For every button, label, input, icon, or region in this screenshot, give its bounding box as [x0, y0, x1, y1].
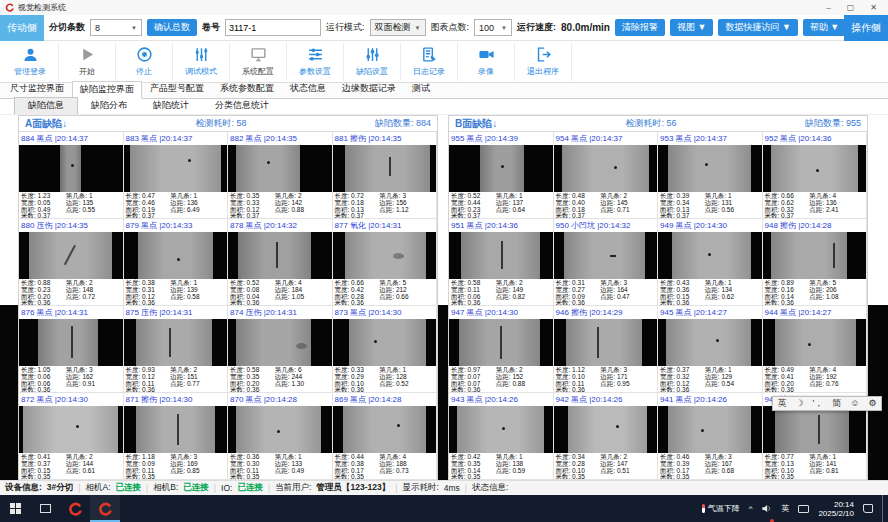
- defect-cell-871[interactable]: 871 擦伤 |20:14:30长度: 1.18宽度: 0.09面积: 0.11…: [124, 393, 229, 480]
- defect-settings-button[interactable]: 缺陷设置: [344, 43, 401, 81]
- log-record-button[interactable]: 日志记录: [401, 43, 458, 81]
- exit-icon: [535, 46, 552, 65]
- panel-title-a[interactable]: A面缺陷↓: [25, 117, 67, 131]
- tray-expand-button[interactable]: ^: [749, 495, 753, 522]
- defect-info: 长度: 1.12宽度: 0.10面积: 0.11米数: 0.36第几条: 3边距…: [554, 366, 658, 393]
- weather-tray-item[interactable]: 气温下降: [702, 495, 740, 522]
- show-desktop-button[interactable]: [882, 495, 886, 522]
- defect-cell-881[interactable]: 881 擦伤 |20:14:35长度: 0.72宽度: 0.18面积: 0.13…: [333, 132, 438, 219]
- close-button[interactable]: ✕: [870, 3, 877, 12]
- current-user-label: 当前用户:: [275, 482, 311, 494]
- defect-cell-950[interactable]: 950 小凹坑 |20:14:32长度: 0.31宽度: 0.27面积: 0.0…: [554, 219, 659, 306]
- defect-cell-877[interactable]: 877 氧化 |20:14:31长度: 0.66宽度: 0.42面积: 0.28…: [333, 219, 438, 306]
- run-mode-select[interactable]: 双面检测▼: [370, 19, 426, 36]
- panel-title-b[interactable]: B面缺陷↓: [455, 117, 497, 131]
- exit-program-button[interactable]: 退出程序: [515, 43, 572, 81]
- tab-6[interactable]: 测试: [404, 80, 438, 98]
- defect-mark-dot: [616, 425, 619, 428]
- defect-cell-884[interactable]: 884 黑点 |20:14:37长度: 1.23宽度: 0.05面积: 0.49…: [19, 132, 124, 219]
- tab-2[interactable]: 产品型号配置: [142, 80, 212, 98]
- system-config-button[interactable]: 系统配置: [230, 43, 287, 81]
- defect-cell-949[interactable]: 949 黑点 |20:14:30长度: 0.43宽度: 0.36面积: 0.15…: [658, 219, 763, 306]
- clear-alarm-button[interactable]: 清除报警: [615, 19, 665, 36]
- subtab-2[interactable]: 缺陷统计: [140, 98, 202, 114]
- subtab-1[interactable]: 缺陷分布: [78, 98, 140, 114]
- chart-points-select[interactable]: 100▼: [474, 19, 512, 36]
- debug-mode-button[interactable]: 调试模式: [173, 43, 230, 81]
- taskbar-clock[interactable]: 20:14 2025/2/10: [818, 500, 854, 518]
- video-record-button[interactable]: 录像: [458, 43, 515, 81]
- defect-cell-870[interactable]: 870 黑点 |20:14:28长度: 0.36宽度: 0.30面积: 0.11…: [228, 393, 333, 480]
- defect-cell-header: 871 擦伤 |20:14:30: [124, 393, 228, 406]
- defect-cell-954[interactable]: 954 黑点 |20:14:37长度: 0.48宽度: 0.40面积: 0.18…: [554, 132, 659, 219]
- defect-cell-869[interactable]: 869 黑点 |20:14:28长度: 0.44宽度: 0.38面积: 0.17…: [333, 393, 438, 480]
- tab-5[interactable]: 边缘数据记录: [334, 80, 404, 98]
- ime-settings-icon[interactable]: ⚙: [868, 399, 876, 408]
- defect-image: [19, 145, 123, 192]
- data-access-menu-button[interactable]: 数据快捷访问 ▼: [718, 19, 797, 36]
- ime-lang-toggle[interactable]: 英: [777, 399, 786, 408]
- start-button[interactable]: 开始: [59, 43, 116, 81]
- defect-cell-873[interactable]: 873 黑点 |20:14:30长度: 0.33宽度: 0.29面积: 0.10…: [333, 306, 438, 393]
- operate-side-button[interactable]: 操作侧: [844, 15, 888, 41]
- tab-0[interactable]: 尺寸监控界面: [2, 80, 72, 98]
- minimize-button[interactable]: –: [826, 3, 830, 12]
- help-menu-button[interactable]: 帮助 ▼: [803, 19, 846, 36]
- defect-cell-943[interactable]: 943 黑点 |20:14:26长度: 0.42宽度: 0.35面积: 0.14…: [449, 393, 554, 480]
- defect-cell-878[interactable]: 878 黑点 |20:14:32长度: 0.52宽度: 0.08面积: 0.04…: [228, 219, 333, 306]
- defect-cell-948[interactable]: 948 擦伤 |20:14:28长度: 0.89宽度: 0.16面积: 0.14…: [763, 219, 868, 306]
- ime-emoji-icon[interactable]: ☺: [850, 399, 859, 408]
- parameter-settings-button[interactable]: 参数设置: [287, 43, 344, 81]
- defect-info-right: 第几条: 3边距: 167点距: 0.68: [705, 454, 760, 480]
- defect-cell-946[interactable]: 946 擦伤 |20:14:29长度: 1.12宽度: 0.10面积: 0.11…: [554, 306, 659, 393]
- drive-side-button[interactable]: 传动侧: [0, 15, 44, 41]
- admin-login-button[interactable]: 管理登录: [2, 43, 59, 81]
- defect-cell-874[interactable]: 874 压伤 |20:14:31长度: 0.58宽度: 0.35面积: 0.20…: [228, 306, 333, 393]
- taskbar-app-1[interactable]: [60, 495, 90, 522]
- stop-button[interactable]: 停止: [116, 43, 173, 81]
- defect-cell-955[interactable]: 955 黑点 |20:14:39长度: 0.52宽度: 0.44面积: 0.23…: [449, 132, 554, 219]
- defect-cell-872[interactable]: 872 黑点 |20:14:30长度: 0.41宽度: 0.37面积: 0.15…: [19, 393, 124, 480]
- maximize-button[interactable]: ▢: [847, 3, 855, 12]
- ime-simplified-icon[interactable]: 简: [832, 399, 841, 408]
- confirm-total-button[interactable]: 确认总数: [147, 19, 197, 36]
- defect-cell-876[interactable]: 876 黑点 |20:14:31长度: 1.05宽度: 0.06面积: 0.06…: [19, 306, 124, 393]
- defect-cell-947[interactable]: 947 黑点 |20:14:30长度: 0.97宽度: 0.07面积: 0.07…: [449, 306, 554, 393]
- tab-3[interactable]: 系统参数配置: [212, 80, 282, 98]
- defect-cell-952[interactable]: 952 黑点 |20:14:36长度: 0.66宽度: 0.62面积: 0.32…: [763, 132, 868, 219]
- roll-number-input[interactable]: [225, 19, 321, 36]
- start-button[interactable]: [0, 495, 30, 522]
- defect-image: [124, 319, 228, 366]
- ime-punct-icon[interactable]: '，: [813, 399, 824, 408]
- view-menu-button[interactable]: 视图 ▼: [670, 19, 713, 36]
- defect-cell-875[interactable]: 875 压伤 |20:14:31长度: 0.93宽度: 0.12面积: 0.11…: [124, 306, 229, 393]
- defect-cell-944[interactable]: 944 黑点 |20:14:27长度: 0.49宽度: 0.41面积: 0.20…: [763, 306, 868, 393]
- defect-dist: 点距: 0.66: [379, 294, 434, 301]
- taskbar-app-2-active[interactable]: [90, 495, 120, 522]
- tab-1[interactable]: 缺陷监控界面: [72, 81, 142, 99]
- task-view-button[interactable]: [30, 495, 60, 522]
- defect-cell-880[interactable]: 880 压伤 |20:14:35长度: 0.88宽度: 0.23面积: 0.20…: [19, 219, 124, 306]
- material-strip: [668, 145, 751, 192]
- keyboard-tray-button[interactable]: [798, 495, 809, 522]
- volume-tray-button[interactable]: [761, 495, 772, 522]
- defect-cell-951[interactable]: 951 黑点 |20:14:36长度: 0.58宽度: 0.11面积: 0.06…: [449, 219, 554, 306]
- tab-4[interactable]: 状态信息: [282, 80, 334, 98]
- defect-info: 长度: 0.77宽度: 0.13面积: 0.10米数: 0.35第几条: 1边距…: [763, 453, 867, 480]
- defect-cell-879[interactable]: 879 黑点 |20:14:33长度: 0.38宽度: 0.31面积: 0.12…: [124, 219, 229, 306]
- slit-count-select[interactable]: 8▼: [90, 19, 142, 36]
- defect-cell-941[interactable]: 941 黑点 |20:14:26长度: 0.46宽度: 0.39面积: 0.17…: [658, 393, 763, 480]
- material-strip: [343, 406, 426, 453]
- subtab-0[interactable]: 缺陷信息: [14, 97, 78, 114]
- ime-language-button[interactable]: 英: [781, 495, 789, 522]
- defect-cell-953[interactable]: 953 黑点 |20:14:37长度: 0.39宽度: 0.34面积: 0.13…: [658, 132, 763, 219]
- defect-cell-882[interactable]: 882 黑点 |20:14:35长度: 0.35宽度: 0.33面积: 0.12…: [228, 132, 333, 219]
- defect-mark-vline: [276, 242, 278, 268]
- defect-cell-883[interactable]: 883 黑点 |20:14:37长度: 0.47宽度: 0.46面积: 0.19…: [124, 132, 229, 219]
- notification-center-button[interactable]: [863, 495, 873, 522]
- defect-cell-942[interactable]: 942 黑点 |20:14:26长度: 0.34宽度: 0.28面积: 0.10…: [554, 393, 659, 480]
- app-icon: [98, 502, 112, 516]
- ime-fullhalf-icon[interactable]: ☽: [795, 399, 803, 408]
- subtab-3[interactable]: 分类信息统计: [202, 98, 282, 114]
- defect-cell-945[interactable]: 945 黑点 |20:14:27长度: 0.37宽度: 0.32面积: 0.12…: [658, 306, 763, 393]
